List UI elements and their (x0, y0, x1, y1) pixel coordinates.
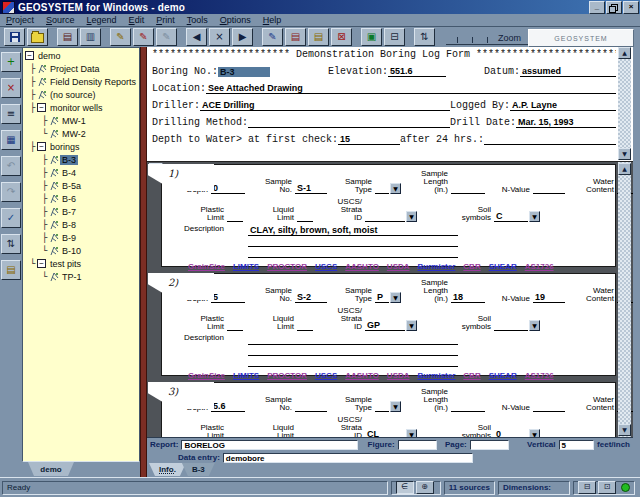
location-field[interactable]: See Attached Drawing (206, 83, 616, 94)
copy-entry-icon[interactable]: ▤ (285, 28, 306, 46)
link-uscs[interactable]: USCS (315, 371, 337, 380)
tree-item-field-density-reports[interactable]: ├Field Density Reports (23, 75, 139, 88)
boring-no-field[interactable]: B-3 (218, 67, 270, 77)
description-field-3[interactable] (248, 247, 458, 258)
previous-record-icon[interactable]: ◀ (186, 28, 207, 46)
tab-info[interactable]: Info. (149, 463, 186, 476)
sample-no-field[interactable]: S-2 (295, 292, 327, 303)
tree-item-borings[interactable]: ├−borings (23, 140, 139, 153)
sample-type-field[interactable] (375, 184, 389, 194)
uscs-dropdown-icon[interactable]: ▼ (406, 211, 417, 222)
source-options-icon[interactable]: ≡ (1, 104, 21, 124)
sample-length-field[interactable] (451, 184, 485, 194)
menu-legend[interactable]: Legend (81, 15, 123, 25)
sample-length-field[interactable] (451, 402, 485, 412)
soil-symbols-field[interactable]: C (494, 211, 528, 222)
collapse-icon[interactable]: − (25, 51, 34, 60)
tree-item-test-pits[interactable]: └−test pits (23, 257, 139, 270)
sample-no-field[interactable] (295, 402, 327, 412)
tree-item-b-10[interactable]: └B-10 (23, 244, 139, 257)
link-as1726[interactable]: AS1726 (525, 262, 554, 271)
uscs-strata-field[interactable]: GP (365, 320, 405, 331)
sample-type-field[interactable]: P (375, 292, 389, 303)
description-field-3[interactable] (248, 356, 458, 367)
link-proctor[interactable]: PROCTOR (267, 371, 307, 380)
preview-icon[interactable]: ▣ (361, 28, 382, 46)
link-grainsize[interactable]: GrainSize (188, 371, 225, 380)
geosystem-button[interactable]: GEOSYSTEM (528, 29, 634, 47)
depth-field[interactable]: 5 (211, 292, 245, 303)
sample-type-field[interactable] (375, 402, 389, 412)
save-source-icon[interactable]: ▦ (1, 130, 21, 150)
open-folder-icon[interactable] (27, 28, 48, 46)
tree-item-mw-1[interactable]: ├MW-1 (23, 114, 139, 127)
data-entry-input[interactable]: demobore (223, 453, 473, 463)
tab-b3[interactable]: B-3 (182, 463, 215, 476)
export-icon[interactable]: ▤ (1, 260, 21, 280)
panel-splitter[interactable] (140, 47, 147, 477)
n-value-field[interactable]: 19 (533, 292, 565, 303)
figure-input[interactable] (398, 440, 437, 450)
uscs-dropdown-icon[interactable]: ▼ (406, 429, 417, 437)
save-icon[interactable] (4, 28, 25, 46)
sample-length-field[interactable]: 18 (451, 292, 485, 303)
tree-item-b-4[interactable]: ├B-4 (23, 166, 139, 179)
description-field[interactable]: CLAY, silty, brown, soft, moist (248, 225, 458, 236)
link-cbr[interactable]: CBR (463, 371, 480, 380)
header-scrollbar[interactable]: ▲ ▼ (618, 47, 631, 160)
tree-item--no-source-[interactable]: ├(no source) (23, 88, 139, 101)
crosshair-icon[interactable]: ⊕ (416, 481, 434, 494)
uscs-dropdown-icon[interactable]: ▼ (406, 320, 417, 331)
description-field[interactable] (248, 334, 458, 345)
link-burmister[interactable]: Burmister (418, 371, 456, 380)
scroll-up-icon[interactable]: ▲ (618, 163, 631, 175)
next-record-icon[interactable]: ▶ (232, 28, 253, 46)
insert-entry-icon[interactable]: ▤ (308, 28, 329, 46)
link-cbr[interactable]: CBR (463, 262, 480, 271)
liquid-limit-field[interactable] (297, 212, 313, 222)
tree-item-b-9[interactable]: ├B-9 (23, 231, 139, 244)
link-aashto[interactable]: AASHTO (345, 262, 379, 271)
link-usda[interactable]: USDA (387, 262, 410, 271)
link-limits[interactable]: LIMITS (233, 371, 259, 380)
liquid-limit-field[interactable] (297, 430, 313, 437)
check-data-icon[interactable]: ✓ (1, 208, 21, 228)
print-icon[interactable]: ⊟ (384, 28, 405, 46)
link-proctor[interactable]: PROCTOR (267, 262, 307, 271)
restore-button[interactable] (606, 1, 622, 14)
tree-item-b-5a[interactable]: ├B-5a (23, 179, 139, 192)
undo-icon[interactable]: ↶ (1, 156, 21, 176)
menu-project[interactable]: Project (0, 15, 40, 25)
n-value-field[interactable] (533, 184, 565, 194)
vertical-input[interactable]: 5 (559, 440, 595, 450)
link-as1726[interactable]: AS1726 (525, 371, 554, 380)
tree-item-b-7[interactable]: ├B-7 (23, 205, 139, 218)
new-entry-icon[interactable]: ✎ (262, 28, 283, 46)
delete-record-icon[interactable]: × (209, 28, 230, 46)
plastic-limit-field[interactable] (227, 321, 243, 331)
drilling-method-field[interactable] (248, 118, 450, 128)
tree-item-demo[interactable]: −demo (23, 49, 139, 62)
menu-options[interactable]: Options (214, 15, 257, 25)
edit-text-icon[interactable]: ✎ (133, 28, 154, 46)
tree-tab-demo[interactable]: demo (28, 462, 74, 476)
sample-type-dropdown-icon[interactable]: ▼ (390, 401, 401, 412)
uscs-strata-field[interactable] (365, 212, 405, 222)
link-shear[interactable]: SHEAR (489, 262, 517, 271)
add-source-icon[interactable]: + (1, 52, 21, 72)
menu-print[interactable]: Print (150, 15, 181, 25)
tree-item-b-3[interactable]: ├B-3 (23, 153, 139, 166)
menu-tools[interactable]: Tools (181, 15, 214, 25)
sort-sources-icon[interactable]: ⇅ (1, 234, 21, 254)
collapse-icon[interactable]: − (37, 142, 46, 151)
first-check-field[interactable]: 15 (338, 134, 400, 145)
delete-source-icon[interactable]: × (1, 78, 21, 98)
sort-icon[interactable]: ⇅ (414, 28, 435, 46)
tree-item-b-8[interactable]: ├B-8 (23, 218, 139, 231)
menu-help[interactable]: Help (257, 15, 288, 25)
link-uscs[interactable]: USCS (315, 262, 337, 271)
link-grainsize[interactable]: GrainSize (188, 262, 225, 271)
soil-symbols-dropdown-icon[interactable]: ▼ (529, 320, 540, 331)
liquid-limit-field[interactable] (297, 321, 313, 331)
plastic-limit-field[interactable] (227, 212, 243, 222)
